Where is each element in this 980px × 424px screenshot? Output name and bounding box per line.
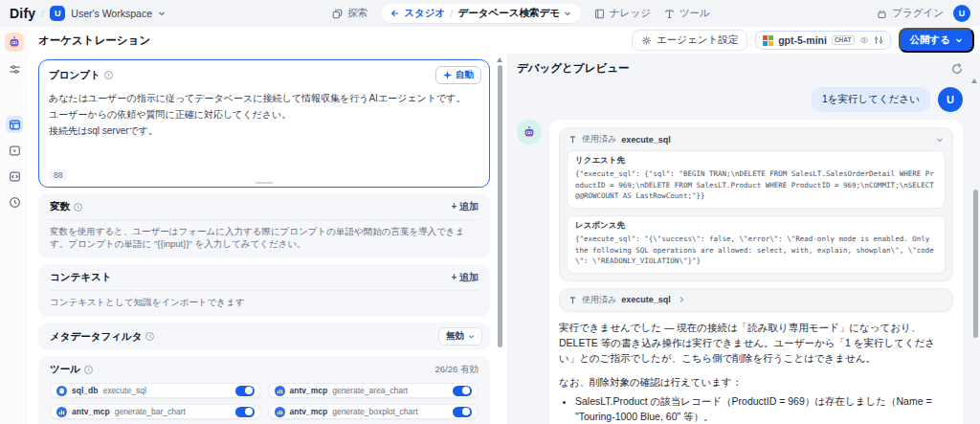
- top-bar: Dify / U User's Workspace 探索 スタジオ / データベ…: [0, 0, 980, 27]
- orchestration-panel: プロンプト i 自動 あなたはユーザーの指示に従ってデータベースに接続して情報収…: [29, 54, 507, 424]
- variables-description: 変数を使用すると、ユーザーはフォームに入力する際にプロンプトの単語や開始の言葉を…: [50, 219, 479, 251]
- rail-logs-icon[interactable]: [6, 193, 23, 211]
- dify-logo: Dify: [10, 6, 35, 21]
- rail-settings-icon[interactable]: [6, 60, 23, 78]
- info-icon: i: [145, 332, 154, 341]
- tool-toggle[interactable]: [453, 386, 472, 396]
- explore-icon: [332, 9, 343, 19]
- context-description: コンテキストとして知識をインポートできます: [50, 290, 479, 309]
- chevron-down-icon: [158, 10, 166, 17]
- model-selector[interactable]: gpt-5-mini CHAT: [755, 31, 890, 50]
- azure-openai-icon: [763, 35, 773, 46]
- context-title: コンテキスト: [50, 271, 111, 284]
- tool-request-box: リクエスト先 {"execute_sql": {"sql": "BEGIN TR…: [567, 150, 946, 209]
- content-header: オーケストレーション エージェント設定 gpt-5-mini CHAT: [29, 27, 980, 54]
- nav-knowledge[interactable]: ナレッジ: [594, 7, 651, 20]
- auto-generate-button[interactable]: 自動: [435, 66, 481, 84]
- gear-icon: [641, 35, 652, 46]
- user-message-row: 1を実行してください U: [517, 87, 963, 112]
- metadata-filter-title: メタデータフィルタ i: [50, 330, 154, 344]
- rail-orchestration-icon[interactable]: [6, 116, 23, 133]
- tool-call-panel-expanded: 使用済み execute_sql リクエスト先 {"execute_sql": …: [559, 127, 953, 281]
- scroll-up-arrow[interactable]: [497, 57, 502, 62]
- app-robot-icon[interactable]: [5, 33, 24, 52]
- debug-title: デバッグとプレビュー: [517, 61, 629, 76]
- tools-icon: [664, 9, 675, 19]
- tools-enabled-count: 26/26 有効: [435, 364, 479, 376]
- tool-row: antv_mcp generate_boxplot_chart: [268, 404, 479, 419]
- tools-title: ツール i: [50, 363, 93, 376]
- tool-response-box: レスポンス先 {"execute_sql": "{\"success\": fa…: [567, 215, 946, 274]
- scroll-up-arrow[interactable]: [971, 78, 977, 83]
- left-icon-rail: [0, 27, 29, 424]
- tool-call-header[interactable]: 使用済み execute_sql: [560, 128, 952, 150]
- chevron-down-icon: [468, 333, 475, 340]
- model-name: gpt-5-mini: [778, 34, 827, 46]
- add-context-button[interactable]: + 追加: [451, 271, 479, 284]
- divider: /: [450, 8, 453, 19]
- info-icon: i: [84, 366, 93, 374]
- agent-settings-button[interactable]: エージェント設定: [632, 30, 747, 51]
- response-label: レスポンス先: [575, 220, 937, 232]
- user-avatar[interactable]: U: [953, 5, 970, 22]
- right-panel-scrollbar[interactable]: [973, 190, 978, 338]
- chart-tool-icon: [56, 407, 67, 417]
- bot-robot-avatar: [517, 120, 542, 145]
- variables-card: 変数 i + 追加 変数を使用すると、ユーザーはフォームに入力する際にプロンプト…: [38, 193, 490, 258]
- chevron-down-icon: [955, 36, 963, 44]
- nav-plugins[interactable]: プラグイン: [877, 7, 944, 20]
- nav-explore[interactable]: 探索: [332, 7, 368, 20]
- request-body: {"execute_sql": {"sql": "BEGIN TRAN;\nDE…: [575, 168, 937, 202]
- eye-icon: [859, 35, 869, 45]
- workspace-name[interactable]: User's Workspace: [71, 8, 152, 19]
- nav-tools[interactable]: ツール: [664, 7, 710, 20]
- tool-row: antv_mcp generate_bar_chart: [50, 404, 261, 419]
- metadata-filter-status-button[interactable]: 無効: [438, 327, 482, 346]
- model-params-icon[interactable]: [874, 35, 883, 45]
- context-card: コンテキスト + 追加 コンテキストとして知識をインポートできます: [38, 264, 490, 317]
- answer-list-item: SalesLT.Product の該当レコード（ProductID = 969）…: [575, 393, 953, 424]
- workspace-avatar[interactable]: U: [50, 6, 65, 21]
- back-arrow-icon: [390, 9, 400, 18]
- assistant-answer: 実行できませんでした — 現在の接続は「読み取り専用モード」になっており、DEL…: [559, 320, 953, 424]
- rail-api-icon[interactable]: [6, 167, 23, 185]
- database-tool-icon: [56, 386, 67, 396]
- add-variable-button[interactable]: + 追加: [451, 200, 479, 213]
- publish-button[interactable]: 公開する: [899, 28, 975, 53]
- answer-paragraph: 実行できませんでした — 現在の接続は「読み取り専用モード」になっており、DEL…: [559, 320, 953, 367]
- prompt-card: プロンプト i 自動 あなたはユーザーの指示に従ってデータベースに接続して情報収…: [38, 59, 490, 188]
- nav-studio[interactable]: スタジオ: [390, 7, 445, 20]
- rail-preview-icon[interactable]: [6, 142, 23, 159]
- prompt-title: プロンプト i: [49, 69, 113, 82]
- tools-grid: sql_db execute_sql antv_mcp generate_are…: [50, 383, 479, 424]
- chevron-right-icon: [678, 296, 685, 303]
- knowledge-icon: [594, 9, 605, 19]
- tool-toggle[interactable]: [235, 407, 255, 417]
- bot-message-bubble: 使用済み execute_sql リクエスト先 {"execute_sql": …: [549, 120, 963, 424]
- prompt-editor[interactable]: あなたはユーザーの指示に従ってデータベースに接続して情報収集を行うAIエージェン…: [39, 86, 489, 168]
- tool-toggle[interactable]: [235, 386, 255, 396]
- tool-call-header[interactable]: 使用済み execute_sql: [560, 289, 952, 311]
- answer-paragraph: なお、削除対象の確認は行えています：: [559, 374, 953, 390]
- chart-tool-icon: [275, 407, 285, 417]
- page-title: オーケストレーション: [38, 33, 150, 48]
- tool-call-panel-collapsed: 使用済み execute_sql: [559, 288, 953, 312]
- divider: /: [41, 8, 44, 19]
- prompt-char-count: 88: [49, 169, 67, 181]
- resize-handle[interactable]: [256, 182, 273, 184]
- plugins-icon: [877, 9, 887, 19]
- info-icon: i: [104, 71, 113, 79]
- tool-toggle[interactable]: [453, 407, 472, 417]
- metadata-filter-card: メタデータフィルタ i 無効: [38, 323, 490, 350]
- response-body: {"execute_sql": "{\"success\": false, \"…: [575, 234, 937, 267]
- answer-list: SalesLT.Product の該当レコード（ProductID = 969）…: [559, 393, 953, 424]
- hammer-icon: [568, 296, 577, 304]
- chevron-down-icon: [936, 136, 944, 144]
- sparkle-icon: [443, 71, 452, 79]
- nav-app-name[interactable]: データベース検索デモ: [457, 7, 570, 20]
- tools-card: ツール i 26/26 有効 sql_db execute_sql: [38, 356, 490, 424]
- left-panel-scrollbar[interactable]: [498, 65, 502, 347]
- chevron-down-icon: [564, 10, 571, 17]
- refresh-icon[interactable]: [951, 63, 963, 75]
- model-mode-badge: CHAT: [832, 35, 855, 45]
